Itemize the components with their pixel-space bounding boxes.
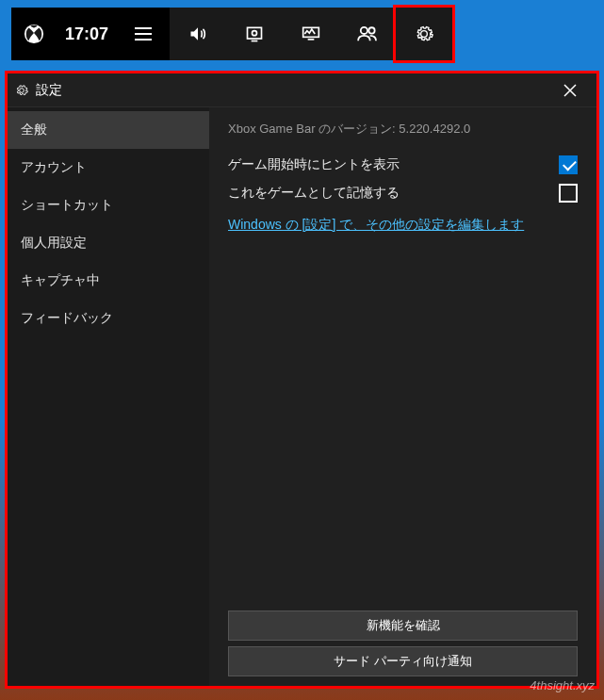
xbox-button[interactable] bbox=[11, 8, 57, 60]
sidebar-item-label: 全般 bbox=[21, 122, 47, 138]
close-icon bbox=[563, 84, 577, 97]
svg-rect-3 bbox=[135, 39, 152, 41]
svg-rect-2 bbox=[135, 33, 152, 35]
xbox-logo-icon bbox=[24, 24, 44, 44]
speaker-icon bbox=[188, 24, 208, 43]
watermark-text: 4thsight.xyz bbox=[530, 678, 595, 692]
sidebar-item-feedback[interactable]: フィードバック bbox=[8, 300, 209, 337]
performance-icon bbox=[301, 24, 321, 43]
svg-point-10 bbox=[368, 27, 374, 33]
menu-lines-icon bbox=[135, 27, 152, 41]
svg-rect-1 bbox=[135, 27, 152, 29]
svg-point-5 bbox=[253, 31, 257, 36]
sidebar-item-capturing[interactable]: キャプチャ中 bbox=[8, 262, 209, 300]
svg-rect-4 bbox=[248, 27, 262, 39]
svg-rect-6 bbox=[252, 41, 258, 42]
option-remember-game: これをゲームとして記憶する bbox=[228, 179, 578, 207]
performance-widget-button[interactable] bbox=[283, 8, 339, 60]
sidebar-item-shortcut[interactable]: ショートカット bbox=[8, 187, 209, 224]
settings-sidebar: 全般 アカウント ショートカット 個人用設定 キャプチャ中 フィードバック bbox=[8, 107, 209, 686]
option-remember-game-checkbox[interactable] bbox=[559, 184, 578, 203]
settings-widget-button[interactable] bbox=[396, 8, 452, 60]
gear-icon bbox=[15, 84, 28, 97]
settings-title: 設定 bbox=[36, 82, 62, 99]
sidebar-item-account[interactable]: アカウント bbox=[8, 149, 209, 187]
sidebar-item-label: アカウント bbox=[21, 159, 87, 176]
whats-new-button[interactable]: 新機能を確認 bbox=[228, 610, 578, 641]
capture-widget-button[interactable] bbox=[226, 8, 283, 60]
svg-rect-8 bbox=[308, 39, 315, 41]
clock-time: 17:07 bbox=[57, 8, 117, 60]
people-icon bbox=[357, 25, 378, 42]
sidebar-item-label: キャプチャ中 bbox=[21, 272, 100, 289]
option-show-hint: ゲーム開始時にヒントを表示 bbox=[228, 151, 578, 179]
game-bar-topbar: 17:07 bbox=[11, 8, 452, 60]
gear-icon bbox=[415, 24, 433, 43]
settings-window: 設定 全般 アカウント ショートカット 個人用設定 キャプチャ中 フィードバック… bbox=[8, 73, 596, 686]
close-button[interactable] bbox=[551, 73, 589, 107]
sidebar-item-label: ショートカット bbox=[21, 197, 113, 214]
settings-titlebar: 設定 bbox=[8, 73, 596, 107]
sidebar-item-label: 個人用設定 bbox=[21, 235, 87, 252]
widget-menu-button[interactable] bbox=[117, 8, 170, 60]
third-party-notice-button[interactable]: サード パーティ向け通知 bbox=[228, 646, 578, 676]
windows-settings-link[interactable]: Windows の [設定] で、その他の設定を編集します bbox=[228, 217, 578, 234]
sidebar-item-general[interactable]: 全般 bbox=[8, 111, 209, 149]
audio-widget-button[interactable] bbox=[170, 8, 226, 60]
capture-icon bbox=[245, 24, 264, 43]
option-show-hint-checkbox[interactable] bbox=[559, 155, 578, 174]
option-label: これをゲームとして記憶する bbox=[228, 185, 400, 202]
social-widget-button[interactable] bbox=[339, 8, 396, 60]
sidebar-item-label: フィードバック bbox=[21, 310, 113, 327]
settings-content: Xbox Game Bar のバージョン: 5.220.4292.0 ゲーム開始… bbox=[209, 107, 596, 686]
option-label: ゲーム開始時にヒントを表示 bbox=[228, 156, 400, 173]
svg-point-9 bbox=[361, 27, 367, 34]
version-label: Xbox Game Bar のバージョン: 5.220.4292.0 bbox=[228, 121, 578, 138]
sidebar-item-personalization[interactable]: 個人用設定 bbox=[8, 224, 209, 262]
